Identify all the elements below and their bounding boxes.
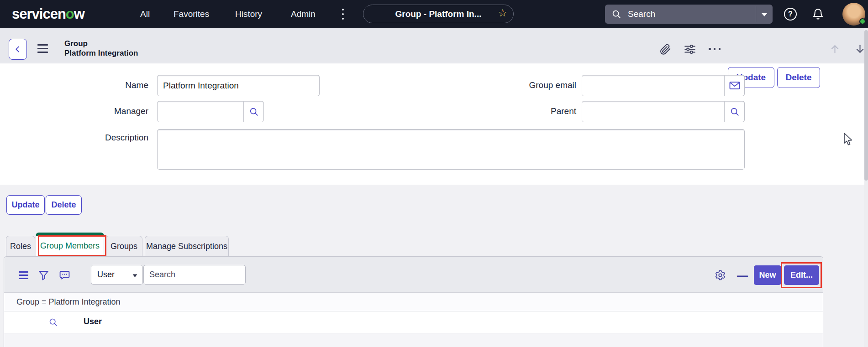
tab-manage-subscriptions[interactable]: Manage Subscriptions [145,236,229,256]
vertical-scrollbar[interactable] [864,28,868,347]
group-email-field [582,75,745,96]
list-column-header-row: User [4,311,823,333]
servicenow-screen: servicenow All Favorites History Admin G… [0,0,868,347]
parent-lookup-button[interactable] [724,101,744,122]
manager-label: Manager [57,106,148,116]
footer-update-button[interactable]: Update [6,195,45,215]
manager-lookup-button[interactable] [243,101,263,122]
previous-record-arrow-icon[interactable] [829,43,841,55]
new-button[interactable]: New [754,265,781,285]
parent-label: Parent [485,106,576,116]
context-pill-label: Group - Platform In... [395,9,482,19]
tab-group-members[interactable]: Group Members [36,233,104,256]
parent-input[interactable] [582,101,724,122]
name-label: Name [57,80,148,90]
description-textarea[interactable] [157,129,745,170]
collapse-list-icon[interactable]: — [737,269,748,280]
personalize-sliders-icon[interactable] [684,43,696,55]
search-divider [756,6,756,22]
logo-text-end: w [74,6,84,22]
email-button[interactable] [724,75,744,96]
manager-input[interactable] [158,101,243,122]
form-context-menu-icon[interactable] [37,44,48,55]
select-caret-icon [132,274,137,278]
header-delete-button[interactable]: Delete [777,67,820,88]
chat-bubble-icon[interactable] [59,269,70,281]
lookup-search-icon [730,107,740,117]
presence-status-dot [859,18,866,25]
list-breadcrumb-row: Group = Platform Integration [4,293,823,311]
nav-item-favorites[interactable]: Favorites [174,0,209,28]
group-email-input[interactable] [582,75,724,96]
servicenow-logo[interactable]: servicenow [12,0,84,28]
lookup-search-icon [249,107,259,117]
more-options-icon[interactable] [709,48,721,50]
form-title: Group Platform Integration [64,39,138,58]
search-dropdown-caret-icon[interactable] [761,13,768,17]
attachment-paperclip-icon[interactable] [659,43,671,55]
top-nav-bar: servicenow All Favorites History Admin G… [0,0,868,28]
list-search-input[interactable] [143,265,246,285]
record-name: Platform Integration [64,48,138,58]
related-section: Update Delete Roles Group Members Groups… [0,185,868,347]
group-email-label: Group email [485,80,576,90]
column-search-icon[interactable] [48,317,58,327]
group-members-list: User — New Edit... Group = Platform Inte… [4,256,823,347]
list-menu-icon[interactable] [19,271,28,281]
record-type: Group [64,39,138,48]
nav-more-kebab-icon[interactable] [341,9,345,20]
logo-text: servicen [12,6,66,22]
nav-item-history[interactable]: History [235,0,262,28]
back-chevron-icon [13,44,23,54]
tab-groups[interactable]: Groups [105,236,142,256]
edit-button[interactable]: Edit... [784,265,819,285]
tab-roles[interactable]: Roles [6,236,35,256]
user-avatar[interactable] [842,3,865,26]
logo-green-o: o [66,6,74,22]
manager-field [157,101,264,122]
global-search[interactable]: Search [605,5,773,24]
scrollbar-thumb[interactable] [864,30,868,181]
parent-field [582,101,745,122]
context-pill[interactable]: Group - Platform In... ☆ [363,5,514,23]
notifications-bell-icon[interactable] [812,8,824,21]
mouse-cursor [843,133,854,147]
envelope-icon [729,81,740,90]
list-breadcrumb[interactable]: Group = Platform Integration [16,297,121,307]
list-toolbar: User — New Edit... [4,257,823,293]
description-label: Description [57,133,148,143]
search-field-value: User [97,270,115,280]
name-input[interactable] [157,75,320,96]
search-field-selector[interactable]: User [91,265,143,285]
filter-funnel-icon[interactable] [38,269,49,281]
nav-item-admin[interactable]: Admin [291,0,316,28]
footer-delete-button[interactable]: Delete [46,195,82,215]
favorite-star-icon[interactable]: ☆ [498,7,507,19]
back-button[interactable] [9,39,27,60]
nav-item-all[interactable]: All [140,0,150,28]
empty-list-row [4,333,823,347]
help-icon[interactable]: ? [784,8,797,21]
list-settings-gear-icon[interactable] [715,269,726,281]
form-header-bar: Group Platform Integration Update Delete [0,28,868,63]
column-header-user[interactable]: User [84,317,102,326]
search-icon [611,9,621,19]
global-search-placeholder: Search [628,9,655,19]
